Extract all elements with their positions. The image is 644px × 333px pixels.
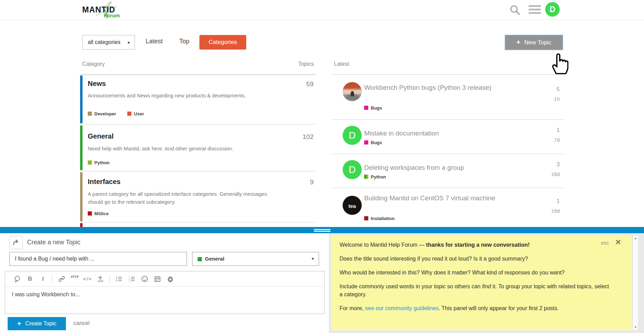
topic-title-input[interactable]: I found a Bug / need help with ...: [9, 252, 187, 266]
badge-color-square: [88, 160, 92, 165]
quote-post-icon[interactable]: [11, 273, 24, 284]
scroll-up-arrow[interactable]: ▲: [633, 237, 638, 240]
badge-color: [366, 175, 368, 179]
category-description: Announcements and News regarding new pro…: [88, 91, 251, 99]
link-icon[interactable]: [55, 273, 68, 284]
numbered-list-icon[interactable]: 123: [125, 273, 138, 284]
topic-age: 19d: [551, 208, 560, 214]
tab-top[interactable]: Top: [179, 38, 189, 45]
new-topic-button[interactable]: + New Topic: [505, 35, 563, 50]
badge-label: User: [134, 111, 144, 116]
category-row-interfaces[interactable]: Interfaces 9 A parent category for all s…: [80, 172, 316, 222]
category-filter-label: all categories: [88, 39, 120, 45]
top-header: mantid Forum D: [0, 0, 644, 20]
category-color-bar: [80, 76, 83, 123]
badge-label: Python: [371, 174, 386, 179]
topic-age: 18d: [551, 171, 560, 177]
topic-row[interactable]: D Mistake in documentation Bugs 17d: [331, 120, 565, 154]
chevron-right-icon: ▸: [128, 35, 130, 49]
topic-row[interactable]: Workbench Python bugs (Python 3 release)…: [331, 75, 565, 119]
tips-paragraph-guidelines: For more, see our community guidelines. …: [340, 304, 610, 312]
category-title[interactable]: News: [88, 80, 106, 88]
forum-page: mantid Forum D all categories ▸ Latest T…: [0, 0, 644, 333]
category-row-news[interactable]: News 59 Announcements and News regarding…: [80, 75, 316, 124]
logo-subtext: Forum: [104, 12, 120, 18]
code-icon[interactable]: </>: [81, 273, 94, 284]
badge-color-square: [127, 112, 131, 116]
calendar-icon[interactable]: [151, 273, 164, 284]
badge-color-square: [88, 112, 92, 116]
create-topic-label: Create Topic: [25, 321, 57, 327]
hamburger-menu-icon[interactable]: [529, 5, 541, 16]
subcategory-badge-developer[interactable]: Developer: [88, 111, 116, 116]
topic-count: 102: [302, 133, 314, 141]
badge-label: Bugs: [371, 140, 382, 145]
selected-category-label: General: [205, 252, 224, 265]
drag-grip-icon: [314, 229, 330, 230]
topic-title[interactable]: Mistake in documentation: [364, 128, 501, 139]
category-row-general[interactable]: General 102 Need help with Mantid, ask h…: [80, 125, 316, 171]
topic-badge-bugs[interactable]: Bugs: [364, 105, 382, 111]
topic-count: 9: [310, 178, 314, 186]
gear-icon[interactable]: [164, 273, 177, 284]
topic-avatar-tea[interactable]: tea: [343, 196, 362, 215]
tips-paragraph-keywords: Include commonly used words in your topi…: [340, 282, 610, 298]
topic-avatar-photo[interactable]: [343, 82, 362, 101]
forum-logo[interactable]: mantid Forum: [82, 1, 131, 19]
category-color-bar-partial: [80, 223, 83, 227]
tips-scrollbar[interactable]: ▲ ▼: [633, 235, 638, 330]
topic-row[interactable]: tea Building Mantid on CentOS 7 virtual …: [331, 188, 565, 227]
badge-label: MSlice: [94, 211, 109, 216]
close-icon[interactable]: [616, 239, 621, 246]
plus-icon: +: [516, 38, 521, 46]
subcategory-badge-python[interactable]: Python: [88, 160, 110, 165]
category-title[interactable]: General: [88, 132, 113, 140]
reply-count: 1: [551, 198, 560, 205]
topic-age: 7d: [554, 137, 560, 143]
category-filter-dropdown[interactable]: all categories ▸: [82, 35, 135, 50]
reply-count: 1: [554, 127, 560, 134]
topic-title[interactable]: Workbench Python bugs (Python 3 release): [364, 82, 501, 93]
composer-header: Create a new Topic: [27, 239, 80, 246]
badge-color-square: [364, 216, 368, 220]
badge-color-square: [364, 106, 368, 110]
reply-count: 5: [554, 86, 560, 93]
selected-category-color: [198, 257, 202, 261]
subcategory-badge-user[interactable]: User: [127, 111, 144, 116]
scroll-down-arrow[interactable]: ▼: [633, 326, 638, 329]
blockquote-icon[interactable]: ””: [68, 273, 81, 284]
bulleted-list-icon[interactable]: [112, 273, 125, 284]
new-topic-label: New Topic: [524, 39, 551, 46]
tab-categories-active[interactable]: Categories: [199, 35, 246, 50]
topic-age: 1h: [554, 96, 560, 102]
italic-icon[interactable]: I: [36, 273, 49, 284]
category-select[interactable]: General ▾: [192, 252, 319, 266]
user-avatar[interactable]: D: [545, 2, 560, 17]
chevron-down-icon: ▾: [311, 252, 314, 265]
cancel-link[interactable]: cancel: [74, 320, 89, 326]
topic-title[interactable]: Building Mantid on CentOS 7 virtual mach…: [364, 193, 501, 203]
topic-avatar-letter[interactable]: D: [343, 160, 362, 179]
search-icon[interactable]: [508, 3, 522, 17]
plus-icon: +: [17, 320, 21, 328]
tab-latest[interactable]: Latest: [146, 38, 163, 45]
topic-badge-bugs[interactable]: Bugs: [364, 140, 382, 145]
emoji-icon[interactable]: [138, 273, 151, 284]
create-topic-button[interactable]: + Create Topic: [8, 317, 66, 330]
composer-drag-bar[interactable]: [0, 227, 644, 233]
tips-paragraph-welcome: Welcome to Mantid Help Forum — thanks fo…: [340, 241, 610, 249]
subcategory-badge-mslice[interactable]: MSlice: [88, 211, 109, 216]
topic-badge-installation[interactable]: Installation: [364, 216, 395, 221]
topic-badge-python[interactable]: Python: [364, 174, 386, 179]
badge-label: Python: [94, 160, 110, 165]
topic-avatar-letter[interactable]: D: [343, 126, 362, 145]
share-arrow-icon: [12, 239, 20, 246]
upload-icon[interactable]: [94, 273, 106, 284]
category-title[interactable]: Interfaces: [88, 178, 121, 186]
topic-title[interactable]: Deleting workspaces from a group: [364, 163, 501, 173]
post-body-textarea[interactable]: I was using Workbench to...: [12, 291, 321, 298]
community-guidelines-link[interactable]: see our community guidelines: [365, 305, 439, 311]
composer-action-button[interactable]: [9, 236, 23, 249]
topic-row[interactable]: D Deleting workspaces from a group Pytho…: [331, 154, 565, 187]
bold-icon[interactable]: B: [24, 273, 36, 284]
